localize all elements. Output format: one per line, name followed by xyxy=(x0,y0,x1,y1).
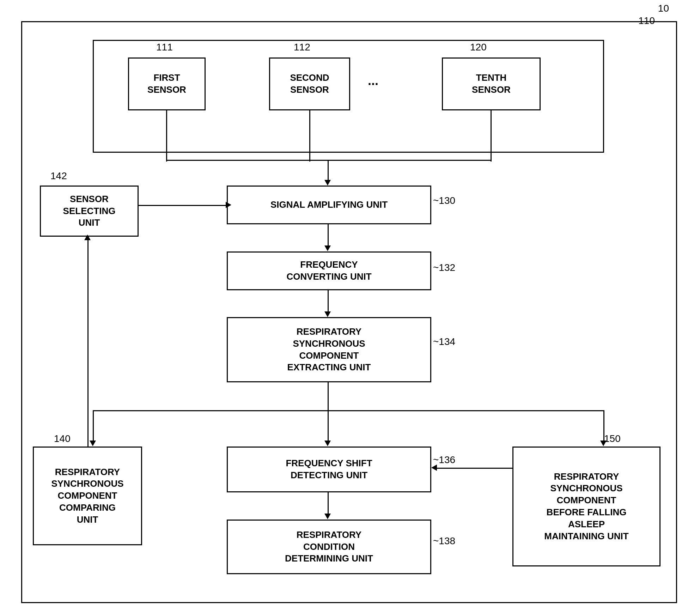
ref-10: 10 xyxy=(658,3,669,14)
ref-140: 140 xyxy=(54,433,71,444)
arrowhead-compare-to-select xyxy=(84,235,91,240)
split-line xyxy=(93,410,604,411)
second-sensor-box: SECONDSENSOR xyxy=(269,57,350,110)
ref-110: 110 xyxy=(638,15,655,26)
respiratory-condition-box: RESPIRATORYCONDITIONDETERMINING UNIT xyxy=(227,520,431,574)
arrow-to-signal-amp xyxy=(328,160,329,181)
respiratory-extracting-box: RESPIRATORYSYNCHRONOUSCOMPONENTEXTRACTIN… xyxy=(227,317,431,382)
arrow-maint-to-shift xyxy=(433,468,513,469)
ref-136: ~136 xyxy=(433,454,455,466)
first-sensor-box: FIRSTSENSOR xyxy=(128,57,206,110)
arrowhead-to-signal-amp xyxy=(324,180,331,186)
arrow-to-freq-conv xyxy=(328,224,329,247)
arrowhead-to-rsc-comparing xyxy=(90,441,96,446)
ref-132: ~132 xyxy=(433,262,455,273)
ref-120: 120 xyxy=(470,42,487,53)
arrowhead-to-resp-ext xyxy=(324,311,331,317)
sensor-selecting-box: SENSORSELECTINGUNIT xyxy=(40,186,139,237)
arrow-second-sensor xyxy=(309,110,310,162)
arrow-tenth-sensor xyxy=(491,110,492,162)
arrow-select-to-amp xyxy=(139,205,228,206)
arrowhead-to-freq-shift xyxy=(324,441,331,446)
rsc-comparing-box: RESPIRATORYSYNCHRONOUSCOMPONENTCOMPARING… xyxy=(33,447,142,545)
arrow-to-resp-cond xyxy=(328,492,329,515)
merge-line xyxy=(166,160,492,161)
rsc-maintaining-box: RESPIRATORYSYNCHRONOUSCOMPONENTBEFORE FA… xyxy=(512,447,661,566)
diagram-container: 10 110 FIRSTSENSOR 111 SECONDSENSOR 112 … xyxy=(21,21,677,603)
arrowhead-to-freq-conv xyxy=(324,245,331,251)
ref-138: ~138 xyxy=(433,535,455,547)
frequency-converting-box: FREQUENCYCONVERTING UNIT xyxy=(227,251,431,290)
ref-130: ~130 xyxy=(433,195,455,206)
ref-150: 150 xyxy=(604,433,621,444)
frequency-shift-box: FREQUENCY SHIFTDETECTING UNIT xyxy=(227,447,431,492)
arrow-to-rsc-comparing xyxy=(93,410,94,442)
ref-112: 112 xyxy=(294,42,310,53)
arrowhead-select-to-amp xyxy=(226,202,231,208)
arrow-to-freq-shift xyxy=(328,410,329,442)
arrowhead-maint-to-shift xyxy=(431,465,437,471)
arrow-from-resp-ext xyxy=(328,382,329,411)
arrow-compare-to-select xyxy=(87,237,89,447)
ref-142: 142 xyxy=(50,170,67,182)
ref-111: 111 xyxy=(156,42,173,53)
arrowhead-to-resp-cond xyxy=(324,514,331,519)
arrow-first-sensor xyxy=(166,110,167,162)
arrow-to-resp-ext xyxy=(328,290,329,313)
tenth-sensor-box: TENTHSENSOR xyxy=(442,57,541,110)
signal-amplifying-box: SIGNAL AMPLIFYING UNIT xyxy=(227,186,431,224)
ref-134: ~134 xyxy=(433,336,455,347)
ellipsis: ... xyxy=(368,73,378,88)
